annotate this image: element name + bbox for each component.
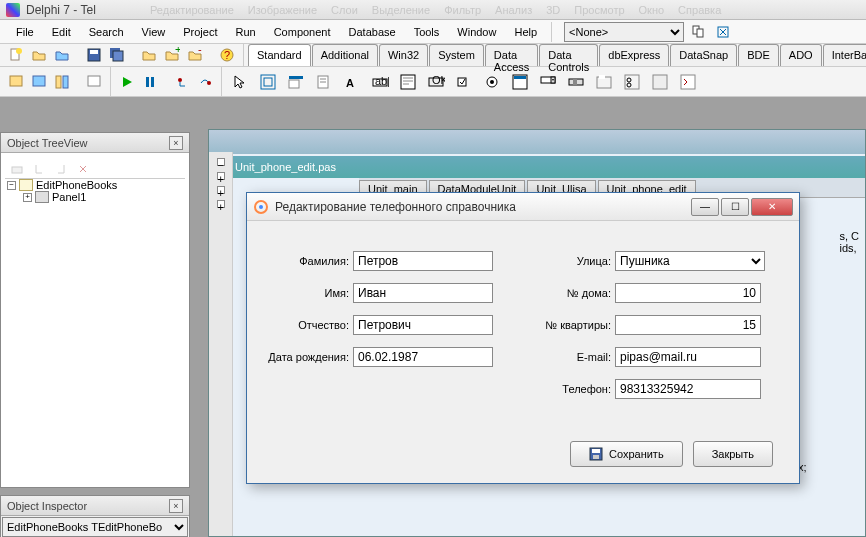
pointer-icon[interactable]: [228, 70, 252, 94]
inspector-close-icon[interactable]: ×: [169, 499, 183, 513]
fold-icon[interactable]: −: [217, 158, 225, 166]
menu-window[interactable]: Window: [449, 23, 504, 41]
tab-system[interactable]: System: [429, 44, 484, 66]
expand-icon[interactable]: +: [23, 193, 32, 202]
memo-icon[interactable]: [396, 70, 420, 94]
menu-view[interactable]: View: [134, 23, 174, 41]
radiobutton-icon[interactable]: [480, 70, 504, 94]
dob-input[interactable]: [353, 347, 493, 367]
tab-dbexpress[interactable]: dbExpress: [599, 44, 669, 66]
view-form-icon[interactable]: [6, 72, 26, 92]
actionlist-icon[interactable]: [676, 70, 700, 94]
fold-icon[interactable]: +: [217, 186, 225, 194]
edit-phonebook-dialog: Редактирование телефонного справочника —…: [246, 192, 800, 484]
tab-ado[interactable]: ADO: [780, 44, 822, 66]
tab-standard[interactable]: Standard: [248, 44, 311, 66]
treeview-close-icon[interactable]: ×: [169, 136, 183, 150]
svg-rect-22: [261, 75, 275, 89]
tree-root-node[interactable]: − EditPhoneBooks: [5, 179, 185, 191]
fold-icon[interactable]: +: [217, 200, 225, 208]
toggle-icon[interactable]: [52, 72, 72, 92]
checkbox-icon[interactable]: [452, 70, 476, 94]
phone-input[interactable]: [615, 379, 761, 399]
menu-search[interactable]: Search: [81, 23, 132, 41]
name-input[interactable]: [353, 283, 493, 303]
label-icon[interactable]: A: [340, 70, 364, 94]
save-all-icon[interactable]: [107, 45, 127, 65]
close-button[interactable]: Закрыть: [693, 441, 773, 467]
treeview[interactable]: − EditPhoneBooks + Panel1: [5, 179, 185, 203]
menu-run[interactable]: Run: [227, 23, 263, 41]
flat-input[interactable]: [615, 315, 761, 335]
new-form-icon[interactable]: [84, 72, 104, 92]
menu-file[interactable]: File: [8, 23, 42, 41]
project-combo[interactable]: <None>: [564, 22, 684, 42]
tab-dataaccess[interactable]: Data Access: [485, 44, 538, 66]
tree-child-node[interactable]: + Panel1: [5, 191, 185, 203]
dialog-titlebar[interactable]: Редактирование телефонного справочника —…: [247, 193, 799, 221]
maximize-button[interactable]: ☐: [721, 198, 749, 216]
groupbox-icon[interactable]: [592, 70, 616, 94]
help-icon[interactable]: ?: [217, 45, 237, 65]
step-over-icon[interactable]: [195, 72, 215, 92]
run-icon[interactable]: [117, 72, 137, 92]
surname-input[interactable]: [353, 251, 493, 271]
object-inspector-panel: Object Inspector × EditPhoneBooks TEditP…: [0, 495, 190, 537]
tab-bde[interactable]: BDE: [738, 44, 779, 66]
menu-tools[interactable]: Tools: [406, 23, 448, 41]
email-input[interactable]: [615, 347, 761, 367]
menu-help[interactable]: Help: [506, 23, 545, 41]
svg-text:+: +: [175, 47, 180, 55]
window-close-button[interactable]: ✕: [751, 198, 793, 216]
street-select[interactable]: Пушника: [615, 251, 765, 271]
tab-datasnap[interactable]: DataSnap: [670, 44, 737, 66]
svg-rect-54: [12, 167, 22, 173]
remove-file-icon[interactable]: -: [185, 45, 205, 65]
tab-interbase[interactable]: InterBase: [823, 44, 866, 66]
pause-icon[interactable]: [140, 72, 160, 92]
mainmenu-icon[interactable]: [284, 70, 308, 94]
house-input[interactable]: [615, 283, 761, 303]
tab-win32[interactable]: Win32: [379, 44, 428, 66]
open-project-icon[interactable]: [52, 45, 72, 65]
open-folder-icon[interactable]: [139, 45, 159, 65]
popupmenu-icon[interactable]: [312, 70, 336, 94]
menu-component[interactable]: Component: [266, 23, 339, 41]
tab-datacontrols[interactable]: Data Controls: [539, 44, 598, 66]
frames-icon[interactable]: [256, 70, 280, 94]
save-button[interactable]: Сохранить: [570, 441, 683, 467]
tree-tool-4-icon[interactable]: [73, 159, 93, 179]
menu-database[interactable]: Database: [341, 23, 404, 41]
view-pages-icon[interactable]: [690, 23, 708, 41]
panel-icon[interactable]: [648, 70, 672, 94]
tree-root-label: EditPhoneBooks: [36, 179, 117, 191]
code-fragment-right: s, C ids,: [839, 230, 859, 254]
minimize-button[interactable]: —: [691, 198, 719, 216]
menu-edit[interactable]: Edit: [44, 23, 79, 41]
menu-project[interactable]: Project: [175, 23, 225, 41]
combobox-icon[interactable]: [536, 70, 560, 94]
svg-text:OK: OK: [432, 74, 445, 86]
scrollbar-icon[interactable]: [564, 70, 588, 94]
tree-tool-1-icon[interactable]: [7, 159, 27, 179]
open-file-icon[interactable]: [29, 45, 49, 65]
expand-icon[interactable]: −: [7, 181, 16, 190]
view-unit2-icon[interactable]: [29, 72, 49, 92]
tree-tool-3-icon[interactable]: [51, 159, 71, 179]
button-icon[interactable]: OK: [424, 70, 448, 94]
svg-point-51: [627, 83, 631, 87]
trace-into-icon[interactable]: [172, 72, 192, 92]
fold-icon[interactable]: +: [217, 172, 225, 180]
inspector-combo[interactable]: EditPhoneBooks TEditPhoneBo: [2, 517, 188, 537]
view-unit-icon[interactable]: [714, 23, 732, 41]
radiogroup-icon[interactable]: [620, 70, 644, 94]
listbox-icon[interactable]: [508, 70, 532, 94]
edit-icon[interactable]: ab|: [368, 70, 392, 94]
tab-additional[interactable]: Additional: [312, 44, 378, 66]
new-file-icon[interactable]: [6, 45, 26, 65]
patronymic-input[interactable]: [353, 315, 493, 335]
dialog-body: Фамилия: Имя: Отчество: Дата рождения: У…: [247, 221, 799, 483]
tree-tool-2-icon[interactable]: [29, 159, 49, 179]
add-file-icon[interactable]: +: [162, 45, 182, 65]
save-icon[interactable]: [84, 45, 104, 65]
